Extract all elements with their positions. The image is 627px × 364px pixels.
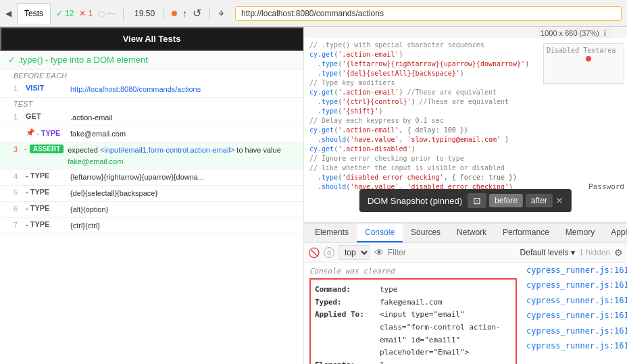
row-num: 1 (14, 112, 23, 121)
code-line: cy.get('.action-email') //These are equi… (309, 88, 622, 97)
devtools-right-panel: cypress_runner.js:161434 cypress_runner.… (522, 263, 627, 364)
before-each-label: BEFORE EACH (0, 70, 303, 82)
view-all-tests-button[interactable]: View All Tests (0, 27, 303, 51)
url-bar[interactable]: http://localhost:8080/commands/actions (235, 6, 622, 21)
snapshot-icon-button[interactable]: ⊡ (468, 193, 486, 208)
log-link-5[interactable]: cypress_runner.js:161426 (522, 323, 627, 338)
assert-content: expected <input#email1.form-control.acti… (68, 145, 298, 167)
row-content: http://localhost:8080/commands/actions (70, 84, 298, 95)
log-link-3[interactable]: cypress_runner.js:161426 (522, 293, 627, 308)
console-row-typed: Typed: fake@email.com (315, 296, 511, 309)
log-level-select[interactable]: Default levels ▾ (520, 248, 575, 257)
top-toolbar: ◀ Tests ✓ 12 ✕ 1 ◌ — 19.50 ↑ ↺ ⌖ http://… (0, 0, 627, 27)
cmd-type4: - TYPE (23, 172, 70, 180)
row-content: {ctrl}{ctrl} (70, 220, 298, 232)
duration-value: 19.50 (134, 9, 155, 18)
log-link-2[interactable]: cypress_runner.js:161426 (522, 278, 627, 292)
dom-snapshot-tooltip: DOM Snapshot (pinned) ⊡ before after ✕ (359, 189, 572, 212)
assert-element: <input#email1.form-control.action-email> (100, 146, 234, 154)
table-row: 7 - TYPE {ctrl}{ctrl} (0, 218, 303, 234)
tests-tab[interactable]: Tests (17, 3, 51, 24)
tab-performance[interactable]: Performance (495, 224, 557, 242)
hidden-count-label: 1 hidden (579, 248, 610, 257)
row-num: 5 (14, 188, 23, 197)
code-line: // like whether the input is visible or … (309, 163, 622, 173)
password-text: Password (588, 182, 624, 191)
code-line: // Ignore error checking prior to type (309, 154, 622, 163)
eye-icon[interactable]: 👁 (374, 247, 384, 258)
console-row-command: Command: type (315, 284, 511, 296)
separator2 (163, 7, 164, 20)
tab-application[interactable]: Application (603, 224, 627, 242)
back-icon[interactable]: ◀ (5, 9, 11, 18)
pending-icon: ◌ (98, 9, 105, 18)
checkmark-icon: ✓ (56, 9, 63, 18)
tests-tab-label: Tests (24, 9, 43, 18)
separator (123, 7, 124, 20)
main-area: View All Tests ✓ .type() - type into a D… (0, 27, 627, 364)
assert-value: fake@email.com (68, 157, 123, 165)
cmd-type7: - TYPE (23, 220, 70, 228)
log-link-4[interactable]: cypress_runner.js:161426 (522, 308, 627, 323)
cmd-type-pinned: 📌 - TYPE (23, 128, 70, 137)
code-line: .type('{shift}') (309, 107, 622, 116)
devtools-tabs: Elements Console Sources Network Perform… (304, 224, 627, 243)
pending-stat: ◌ — (98, 9, 115, 18)
pending-count: — (107, 9, 115, 18)
tab-elements[interactable]: Elements (307, 224, 357, 242)
row-content: .action-email (70, 112, 298, 124)
table-row: 6 - TYPE {alt}{option} (0, 202, 303, 218)
target-icon[interactable]: ⌖ (218, 7, 224, 20)
console-key-elements: Elements: (315, 359, 376, 364)
cross-icon: ✕ (79, 9, 86, 18)
tab-memory[interactable]: Memory (557, 224, 603, 242)
disabled-textarea-label: Disabled Textarea (544, 44, 624, 57)
dom-snapshot-label: DOM Snapshot (pinned) (368, 196, 462, 206)
snapshot-close-button[interactable]: ✕ (555, 195, 563, 206)
console-key-applied: Applied To: (315, 309, 376, 359)
pass-check: ✓ (8, 55, 18, 65)
separator3 (209, 7, 210, 20)
log-link-6[interactable]: cypress_runner.js:161426 (522, 338, 627, 353)
tab-network[interactable]: Network (449, 224, 495, 242)
snapshot-icons: ⊡ before after ✕ (468, 193, 563, 208)
settings-icon[interactable]: ⚙ (614, 247, 623, 258)
table-row: 4 - TYPE {leftarrow}{rightarrow}{uparrow… (0, 170, 303, 186)
code-line: .type('{ctrl}{control}') //These are equ… (309, 97, 622, 107)
log-link-1[interactable]: cypress_runner.js:161434 (522, 263, 627, 278)
table-row-assert[interactable]: 3 - ASSERT expected <input#email1.form-c… (0, 142, 303, 170)
stop-icon[interactable]: ○ (324, 247, 334, 258)
cmd-visit: VISIT (23, 84, 70, 92)
reload-icon[interactable]: ↺ (193, 7, 201, 20)
red-dot-indicator (586, 56, 591, 61)
pass-stat: ✓ 12 (56, 9, 74, 18)
console-val-applied: <input type="email" class="form-control … (380, 309, 511, 359)
code-line: cy.get('.action-email', { delay: 100 }) (309, 126, 622, 135)
arrow-up-icon[interactable]: ↑ (182, 8, 187, 19)
assert-to-have: to have value (236, 146, 280, 154)
table-row: 5 - TYPE {del}{selectall}{backspace} (0, 186, 303, 202)
after-button[interactable]: after (526, 194, 553, 207)
code-line: .type('disabled error checking', { force… (309, 173, 622, 182)
console-row-applied: Applied To: <input type="email" class="f… (315, 309, 511, 359)
fail-stat: ✕ 1 (79, 9, 93, 18)
tab-sources[interactable]: Sources (403, 224, 449, 242)
console-area: Console was cleared Command: type Typed:… (304, 263, 522, 364)
info-icon[interactable]: ℹ (603, 28, 607, 38)
expected-text: expected (68, 146, 100, 154)
context-select[interactable]: top (338, 245, 370, 260)
before-button[interactable]: before (489, 194, 523, 207)
row-content: fake@email.com (70, 128, 298, 140)
code-line: .should('have.value', 'slow.typing@email… (309, 135, 622, 145)
code-line: // Delay each keypress by 0.1 sec (309, 116, 622, 126)
size-text: 1000 x 660 (37%) (541, 29, 599, 37)
filter-input[interactable] (388, 248, 516, 257)
test-title: ✓ .type() - type into a DOM element (0, 51, 303, 70)
tab-console[interactable]: Console (357, 224, 403, 242)
devtools-body: Console was cleared Command: type Typed:… (304, 263, 627, 364)
row-content: {alt}{option} (70, 204, 298, 215)
cmd-get: GET (23, 112, 70, 120)
table-row: 📌 - TYPE fake@email.com (0, 126, 303, 142)
devtools-left-panel: Console was cleared Command: type Typed:… (304, 263, 522, 364)
no-entry-icon[interactable]: 🚫 (308, 247, 320, 258)
